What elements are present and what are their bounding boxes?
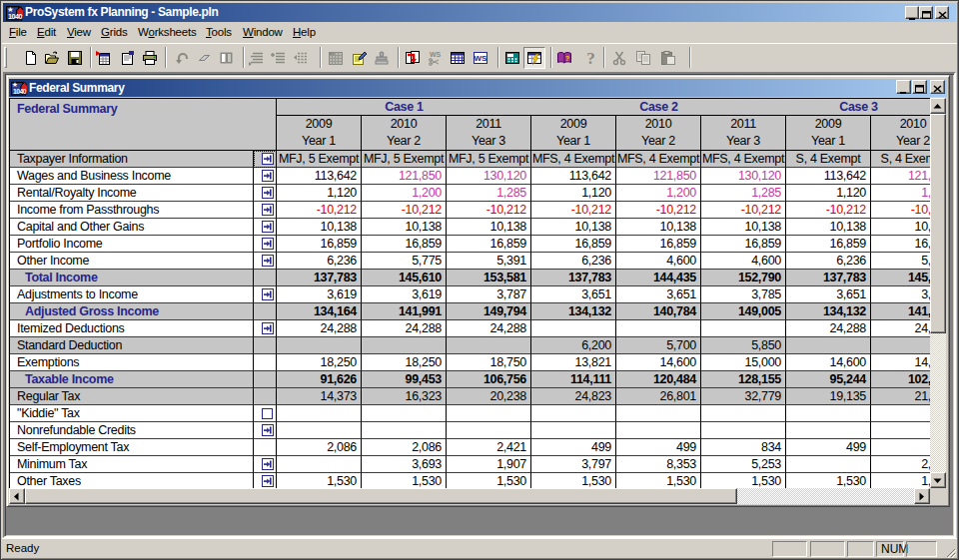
svg-text:?: ?	[586, 50, 595, 66]
svg-text:WS: WS	[475, 54, 488, 63]
svg-text:1040: 1040	[8, 12, 22, 21]
svg-text:?: ?	[565, 55, 569, 62]
svg-text:WS: WS	[430, 51, 442, 58]
svg-text:1040: 1040	[13, 88, 27, 95]
